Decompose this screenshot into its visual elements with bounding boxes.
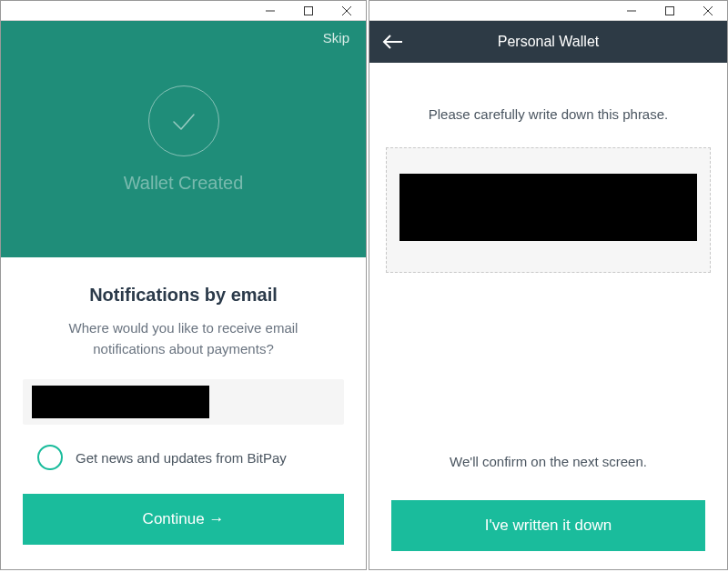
section-title: Notifications by email — [23, 285, 344, 306]
instruction-text: Please carefully write down this phrase. — [386, 106, 711, 122]
checkmark-icon — [148, 85, 219, 156]
continue-label: Continue → — [143, 510, 225, 528]
maximize-button[interactable] — [651, 1, 689, 21]
recovery-phrase-redacted — [399, 174, 697, 241]
close-button[interactable] — [689, 1, 727, 21]
written-down-button[interactable]: I've written it down — [391, 500, 705, 551]
continue-button[interactable]: Continue → — [23, 494, 344, 545]
minimize-button[interactable] — [251, 1, 289, 21]
section-subtitle: Where would you like to receive email no… — [23, 318, 344, 359]
email-input[interactable] — [23, 379, 344, 425]
svg-rect-1 — [305, 6, 313, 15]
back-button[interactable] — [382, 34, 404, 50]
titlebar — [1, 1, 366, 21]
checkbox-icon[interactable] — [37, 445, 63, 470]
hero-title: Wallet Created — [124, 173, 244, 194]
backup-phrase-window: Personal Wallet Please carefully write d… — [369, 0, 728, 570]
maximize-button[interactable] — [289, 1, 328, 21]
skip-link[interactable]: Skip — [323, 30, 349, 45]
titlebar — [369, 1, 727, 21]
close-button[interactable] — [328, 1, 366, 21]
svg-rect-5 — [666, 6, 674, 15]
minimize-button[interactable] — [612, 1, 651, 21]
nav-title: Personal Wallet — [369, 34, 727, 50]
email-redacted — [32, 386, 209, 418]
wallet-setup-window: Skip Wallet Created Notifications by ema… — [0, 0, 367, 570]
hero-panel: Skip Wallet Created — [1, 21, 366, 257]
phrase-section: Please carefully write down this phrase.… — [369, 63, 727, 569]
confirm-text: We'll confirm on the next screen. — [386, 454, 711, 469]
checkbox-label: Get news and updates from BitPay — [76, 450, 287, 466]
newsletter-checkbox-row[interactable]: Get news and updates from BitPay — [23, 445, 344, 470]
email-notifications-section: Notifications by email Where would you l… — [1, 257, 366, 569]
written-down-label: I've written it down — [485, 517, 612, 535]
recovery-phrase-box — [386, 147, 711, 273]
navbar: Personal Wallet — [369, 21, 727, 63]
